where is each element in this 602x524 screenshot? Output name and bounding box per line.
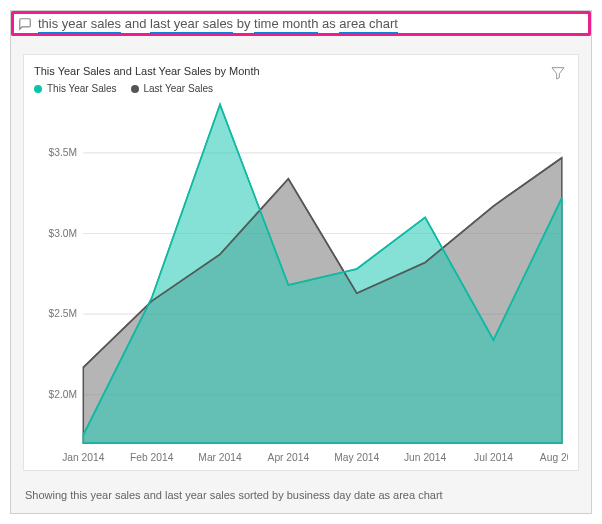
legend-swatch-teal [34,85,42,93]
chat-icon [18,17,32,31]
svg-text:Mar 2014: Mar 2014 [198,451,241,464]
svg-text:$3.0M: $3.0M [49,226,78,239]
legend-item-last-year: Last Year Sales [131,83,214,94]
qa-input-bar[interactable]: this year sales and last year sales by t… [11,11,591,36]
svg-text:Feb 2014: Feb 2014 [130,451,173,464]
legend-item-this-year: This Year Sales [34,83,117,94]
svg-text:Aug 2014: Aug 2014 [540,451,568,464]
chart-legend: This Year Sales Last Year Sales [34,83,568,94]
svg-text:$2.5M: $2.5M [49,307,78,320]
svg-text:$2.0M: $2.0M [49,388,78,401]
funnel-icon[interactable] [550,65,566,84]
legend-label: This Year Sales [47,83,117,94]
chart-title: This Year Sales and Last Year Sales by M… [34,65,568,77]
chart-card: This Year Sales and Last Year Sales by M… [23,54,579,471]
legend-swatch-gray [131,85,139,93]
qa-input-wrapper: this year sales and last year sales by t… [11,11,591,36]
svg-text:Jan 2014: Jan 2014 [62,451,104,464]
svg-text:Jun 2014: Jun 2014 [404,451,446,464]
footer-caption: Showing this year sales and last year sa… [11,479,591,513]
chart-plot-area: $2.0M$2.5M$3.0M$3.5MJan 2014Feb 2014Mar … [34,100,568,470]
qa-query-text: this year sales and last year sales by t… [38,16,398,31]
svg-text:Apr 2014: Apr 2014 [268,451,310,464]
svg-text:$3.5M: $3.5M [49,146,78,159]
svg-text:May 2014: May 2014 [334,451,379,464]
svg-text:Jul 2014: Jul 2014 [474,451,513,464]
legend-label: Last Year Sales [144,83,214,94]
